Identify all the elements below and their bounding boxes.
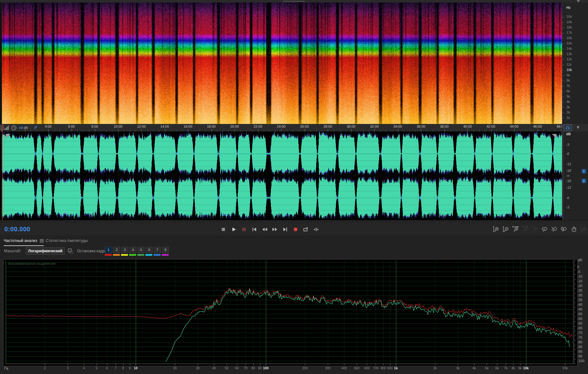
scale-dropdown[interactable]: Логарифмический [26,247,65,255]
hold-button-3[interactable]: 3 [121,247,128,256]
db-axis-tick [573,297,575,297]
pause-button[interactable] [240,225,248,233]
frequency-plot-canvas[interactable] [6,260,573,364]
skip-back-button[interactable] [250,225,258,233]
channel-badge[interactable]: 1 [581,169,586,173]
hold-button-1[interactable]: 1 [105,247,111,256]
frequency-axis-label: 300 [325,366,331,370]
freq-scale-label: 8k [566,79,570,82]
waveform-corner-handle-left[interactable] [6,134,10,139]
db-axis-tick [573,351,575,351]
hold-button-5[interactable]: 5 [138,247,144,256]
db-axis-tick [573,310,575,310]
time-display[interactable]: 0:00.000 [4,226,30,233]
frequency-axis-tick [260,364,260,365]
db-axis-tick [573,265,576,265]
gain-indicator[interactable]: +0 dB [19,126,28,130]
fast-forward-button[interactable] [271,225,279,233]
db-axis-tick [573,298,576,298]
timeline-ruler[interactable]: +0 dB 4:006:008:0010:0012:0014:0016:0018… [0,124,562,132]
panel-resize-grip[interactable] [283,1,305,2]
ruler-time-label: 34:00 [393,125,402,128]
frequency-axis-tick [123,364,124,365]
zoom-out-vertical-button[interactable] [502,225,510,233]
waveform-canvas[interactable] [2,131,562,220]
zoom-full-button[interactable] [580,225,588,233]
panel-menu-icon[interactable] [40,239,44,243]
db-axis-tick [573,344,575,344]
hold-button-2[interactable]: 2 [113,247,119,256]
db-axis-label: -60 [577,321,582,325]
hold-button-4[interactable]: 4 [129,247,136,256]
spectrogram-canvas[interactable] [2,3,562,124]
levels-icon[interactable] [4,125,9,130]
zoom-in-horizontal-button[interactable] [512,225,520,233]
ruler-time-label: 44:00 [510,125,519,128]
tab-amplitude-statistics[interactable]: Статистика Амплитуды [46,238,88,243]
shuttle-icon [312,226,320,233]
zoom-in-vertical-icon [493,226,500,233]
zoom-in-horizontal-icon [512,226,520,233]
rewind-button[interactable] [260,225,269,233]
freq-scale-tick [562,70,564,70]
play-button[interactable] [229,225,238,233]
panel-menu-arrow-icon[interactable] [577,0,580,2]
frequency-scale[interactable]: Hz 20k19k18k17k16k15k14k13k12k11k10k9k8k… [562,3,588,124]
zoom-to-selection-button[interactable] [560,225,568,233]
db-axis-tick [573,285,575,285]
frequency-axis-tick [520,364,520,365]
db-axis-tick [573,301,575,301]
frequency-axis-tick [198,364,198,365]
waveform-corner-handle-right[interactable] [552,134,556,139]
hold-button-8[interactable]: 8 [162,247,168,256]
clock-icon[interactable] [11,125,17,131]
db-axis-label: -55 [577,317,582,320]
frequency-axis-label: 7k [504,366,508,370]
waveform-view[interactable] [0,131,562,220]
amplitude-scale-label: -3 [566,205,569,209]
tab-frequency-analysis[interactable]: Частотный анализ [4,238,44,246]
ruler-tick [235,129,235,131]
panel-tabs: Частотный анализ Статистика Амплитуды [0,237,588,247]
db-axis-tick [573,327,575,327]
db-axis-tick [573,314,575,314]
record-button[interactable] [291,225,300,233]
hold-button-label: 7 [154,247,161,253]
ruler-tick [211,129,212,131]
freq-scale-tick [562,59,564,60]
zoom-to-out-point-button[interactable] [550,225,559,233]
frequency-axis-tick [497,364,497,365]
tab-amplitude-statistics-label: Статистика Амплитуды [46,238,88,243]
pin-playhead-icon[interactable] [33,125,38,131]
db-axis-tick [573,326,576,326]
frequency-axis-tick [214,364,214,365]
stop-button[interactable] [219,225,227,233]
spectral-pitch-toggle[interactable] [563,124,572,131]
hold-button-7[interactable]: 7 [154,247,160,256]
zoom-to-in-point-button[interactable] [541,225,549,233]
zoom-out-horizontal-button[interactable] [521,225,530,233]
ruler-tick [95,129,95,131]
copy-graph-icon[interactable] [68,248,74,254]
ruler-time-label: 18:00 [207,125,216,128]
zoom-in-vertical-button[interactable] [492,225,500,233]
db-axis-label: -45 [577,307,582,311]
amplitude-scale[interactable]: dB -3-6-12-18-∞-18-12-6-312 [562,131,588,220]
analyzed-selection-label: Анализированое выделение [8,262,56,265]
db-axis-tick [573,346,575,346]
skip-forward-button[interactable] [281,225,289,233]
freq-scale-label: 12k [566,57,572,61]
zoom-reset-button[interactable] [531,225,539,233]
loop-playback-button[interactable] [302,225,310,233]
channel-badge[interactable]: 2 [581,179,586,183]
zoom-timed-button[interactable] [570,225,578,233]
db-axis-tick [573,336,576,336]
db-axis-tick [573,277,575,278]
marker-tool[interactable] [574,125,582,131]
ruler-tick [351,129,352,131]
shuttle-button[interactable] [312,225,320,233]
playhead[interactable] [2,124,3,220]
ruler-tick [188,129,188,131]
hold-button-6[interactable]: 6 [146,247,152,256]
spectrogram-view[interactable] [0,3,562,124]
